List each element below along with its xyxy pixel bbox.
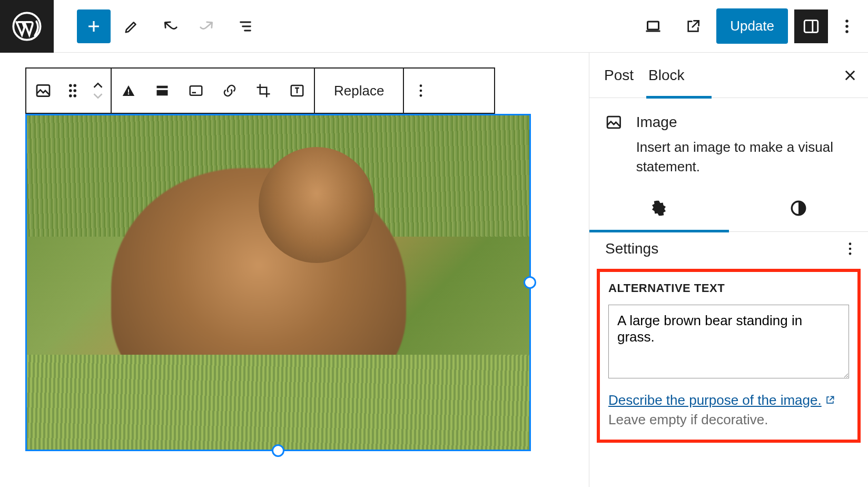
svg-point-24 (849, 242, 852, 245)
alt-text-input[interactable] (608, 305, 849, 378)
align-button[interactable] (145, 69, 179, 113)
close-icon (843, 68, 857, 83)
svg-rect-15 (157, 90, 168, 96)
svg-point-9 (69, 89, 72, 92)
settings-more-button[interactable] (848, 241, 852, 256)
block-card: Image Insert an image to make a visual s… (589, 98, 868, 186)
block-type-button[interactable] (26, 69, 60, 113)
svg-point-5 (845, 30, 849, 33)
text-box-icon (289, 83, 305, 99)
chevron-up-icon[interactable] (93, 82, 103, 89)
replace-button[interactable]: Replace (315, 69, 403, 113)
wordpress-icon (12, 12, 42, 41)
document-overview-button[interactable] (229, 9, 262, 43)
caption-button[interactable] (179, 69, 213, 113)
align-icon (155, 83, 170, 98)
resize-handle-bottom[interactable] (272, 444, 284, 457)
crop-button[interactable] (246, 69, 280, 113)
link-button[interactable] (213, 69, 246, 113)
text-overlay-button[interactable] (280, 69, 314, 113)
alt-text-help-link[interactable]: Describe the purpose of the image. (608, 392, 835, 408)
plus-icon (85, 17, 103, 35)
update-button[interactable]: Update (716, 8, 788, 44)
crop-icon (255, 83, 271, 99)
svg-point-3 (845, 20, 849, 23)
top-toolbar: Update (0, 0, 868, 53)
image-icon (35, 82, 52, 99)
svg-point-10 (73, 89, 76, 92)
block-title: Image (636, 112, 852, 132)
alt-text-section: ALTERNATIVE TEXT Describe the purpose of… (597, 269, 861, 443)
svg-point-20 (420, 94, 422, 97)
svg-point-19 (420, 90, 422, 92)
settings-subtabs (589, 186, 868, 232)
block-more-button[interactable] (404, 69, 438, 113)
tab-block[interactable]: Block (648, 54, 699, 96)
redo-button[interactable] (191, 9, 224, 43)
more-vertical-icon (419, 83, 423, 98)
more-vertical-icon (845, 18, 849, 34)
drag-icon (67, 83, 78, 98)
triangle-icon (121, 83, 136, 99)
svg-rect-1 (648, 22, 659, 30)
external-icon (825, 395, 835, 405)
svg-rect-2 (804, 20, 818, 32)
view-desktop-button[interactable] (636, 9, 670, 43)
svg-point-11 (69, 94, 72, 98)
add-block-button[interactable] (77, 9, 111, 43)
close-sidebar-button[interactable] (837, 63, 863, 88)
svg-point-8 (73, 84, 76, 87)
wordpress-logo[interactable] (0, 0, 54, 53)
alt-text-help-label: Describe the purpose of the image. (608, 392, 822, 408)
block-toolbar: Replace (25, 67, 495, 114)
svg-point-25 (849, 248, 852, 250)
top-left-tools (54, 9, 262, 43)
drag-handle[interactable] (60, 69, 85, 113)
edit-mode-button[interactable] (115, 9, 149, 43)
settings-tab-styles[interactable] (729, 186, 869, 231)
svg-point-26 (849, 252, 852, 255)
external-icon (685, 18, 702, 35)
image-icon (605, 112, 623, 133)
sidebar-tabs: Post Block (589, 53, 868, 98)
link-icon (222, 83, 238, 99)
settings-sidebar-toggle[interactable] (794, 9, 828, 43)
list-icon (237, 18, 254, 35)
sidebar-icon (802, 17, 820, 35)
more-vertical-icon (848, 241, 852, 256)
image-block[interactable] (25, 114, 531, 451)
undo-icon (161, 17, 179, 35)
svg-point-7 (69, 84, 72, 87)
contrast-icon (790, 199, 807, 217)
svg-point-18 (420, 84, 422, 87)
redo-icon (199, 17, 216, 35)
settings-section-header: Settings (605, 240, 852, 257)
resize-handle-right[interactable] (524, 276, 536, 289)
svg-point-4 (845, 25, 849, 28)
svg-rect-16 (190, 86, 202, 95)
top-right-tools: Update (636, 8, 868, 44)
pencil-icon (124, 18, 140, 34)
svg-point-12 (73, 94, 76, 98)
main-area: Replace Post Block (0, 53, 868, 487)
editor-canvas: Replace (0, 53, 589, 487)
gear-icon (650, 199, 668, 217)
tab-post[interactable]: Post (604, 54, 648, 96)
alt-text-hint: Leave empty if decorative. (608, 412, 849, 428)
apply-filter-button[interactable] (112, 69, 145, 113)
settings-label: Settings (605, 240, 658, 257)
more-options-button[interactable] (834, 9, 860, 43)
image-content (27, 115, 529, 450)
undo-button[interactable] (153, 9, 186, 43)
block-description: Insert an image to make a visual stateme… (636, 138, 852, 176)
settings-sidebar: Post Block Image Insert an image to make… (589, 53, 868, 487)
caption-icon (188, 83, 204, 99)
chevron-down-icon[interactable] (93, 92, 103, 100)
alt-text-label: ALTERNATIVE TEXT (608, 281, 849, 295)
svg-point-13 (128, 93, 130, 95)
laptop-icon (644, 17, 663, 36)
view-external-button[interactable] (676, 9, 710, 43)
settings-tab-general[interactable] (589, 186, 729, 231)
svg-rect-14 (157, 86, 168, 89)
